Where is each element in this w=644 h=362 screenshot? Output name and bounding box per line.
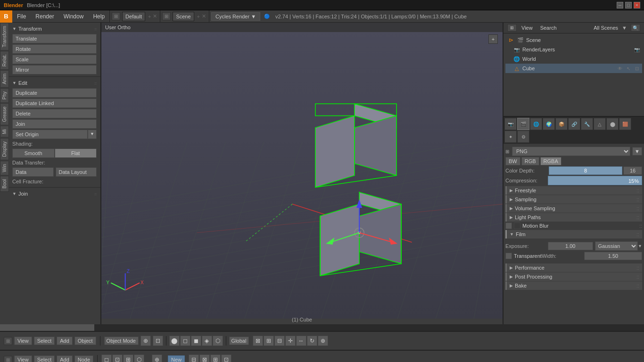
renderlayers-item[interactable]: 📷 RenderLayers 📷 xyxy=(505,45,642,54)
node-extra1[interactable]: ⊟ xyxy=(189,354,199,362)
motion-blur-checkbox[interactable] xyxy=(505,222,512,229)
node-icon-btn[interactable]: ⊞ xyxy=(4,356,12,362)
grease-tab[interactable]: Grease xyxy=(0,103,9,125)
sampling-section[interactable]: ▶ Sampling :: xyxy=(505,195,642,204)
view-icon-btn[interactable]: ⊞ xyxy=(4,337,12,345)
node-select-btn[interactable]: Select xyxy=(34,355,55,362)
viewport[interactable]: User Ortho xyxy=(101,23,503,324)
scene-selector[interactable]: Scene xyxy=(173,12,194,21)
world-tab[interactable]: 🌍 xyxy=(543,118,555,130)
modifiers-tab[interactable]: 🔧 xyxy=(581,118,593,130)
particles-tab[interactable]: ✦ xyxy=(504,131,517,143)
relat-tab[interactable]: Relat. xyxy=(0,51,9,70)
wire-shade-btn[interactable]: ◻ xyxy=(180,336,190,346)
help-menu[interactable]: Help xyxy=(88,10,109,23)
node-type1-btn[interactable]: ◻ xyxy=(101,354,112,362)
transform-btn[interactable]: ✛ xyxy=(285,336,296,346)
render-engine-selector[interactable]: Cycles Render ▼ xyxy=(211,12,260,21)
scroll-area[interactable] xyxy=(0,324,644,331)
duplicate-linked-btn[interactable]: Duplicate Linked xyxy=(12,99,97,108)
translate-btn[interactable]: Translate xyxy=(12,34,97,43)
add-menu-btn[interactable]: Add xyxy=(57,337,73,345)
render-tab[interactable]: 📷 xyxy=(504,118,517,130)
snap2-btn[interactable]: ⊞ xyxy=(264,336,274,346)
data-btn[interactable]: Data xyxy=(12,167,54,177)
zoom-in-btn[interactable]: + xyxy=(488,34,498,44)
scroll-thumb[interactable] xyxy=(0,324,94,331)
flat-btn[interactable]: Flat xyxy=(55,148,97,158)
constraints-tab[interactable]: 🔗 xyxy=(568,118,580,130)
scale-btn[interactable]: Scale xyxy=(12,55,97,64)
world-item[interactable]: 🌐 World xyxy=(505,54,642,64)
anim-tab[interactable]: Anim xyxy=(0,70,9,88)
search-icon[interactable]: 🔍 xyxy=(631,24,640,32)
node-menu-btn[interactable]: Node xyxy=(74,355,93,362)
duplicate-btn[interactable]: Duplicate xyxy=(12,88,97,98)
node-type3-btn[interactable]: ⊞ xyxy=(123,354,133,362)
node-add-btn[interactable]: Add xyxy=(57,355,73,362)
view-btn[interactable]: View xyxy=(519,25,536,31)
snap-btn[interactable]: ⊠ xyxy=(253,336,263,346)
global-view-btn[interactable]: ⊕ xyxy=(140,336,151,346)
view-menu-btn[interactable]: View xyxy=(14,337,32,345)
rgb-btn[interactable]: RGB xyxy=(521,157,539,165)
transparent-checkbox[interactable] xyxy=(505,253,512,259)
global-select[interactable]: Global xyxy=(229,337,249,345)
physics-tab[interactable]: ⚙ xyxy=(517,131,529,143)
texture-tab[interactable]: 🟫 xyxy=(619,118,631,130)
scene-tab[interactable]: 🌐 xyxy=(530,118,542,130)
color-depth-16[interactable]: 16 xyxy=(623,166,642,175)
new-material-btn[interactable]: New xyxy=(168,355,185,362)
texture-shade-btn[interactable]: ◼ xyxy=(191,336,201,346)
solid-shade-btn[interactable]: ⬤ xyxy=(169,336,180,346)
join-btn[interactable]: Join xyxy=(12,119,97,129)
rgba-btn[interactable]: RGBA xyxy=(540,157,561,165)
gaussian-select[interactable]: Gaussian xyxy=(595,241,638,251)
transform-header[interactable]: ▼ Transform :: xyxy=(8,25,100,33)
move-btn[interactable]: ↔ xyxy=(296,336,306,346)
bake-section[interactable]: ▶ Bake :: xyxy=(505,281,642,290)
join-header[interactable]: ▼ Join :: xyxy=(8,189,100,198)
all-scenes-arrow[interactable]: ▼ xyxy=(622,25,627,31)
workspace-selector[interactable]: Default xyxy=(122,12,145,21)
set-origin-arrow[interactable]: ▼ xyxy=(88,130,97,139)
render-settings-tab[interactable]: 🎬 xyxy=(517,118,529,130)
material-shade-btn[interactable]: ◈ xyxy=(202,336,212,346)
mode-select[interactable]: Object Mode xyxy=(104,337,139,345)
rotate-btn[interactable]: ↻ xyxy=(307,336,317,346)
volume-sampling-section[interactable]: ▶ Volume Sampling :: xyxy=(505,204,642,213)
png-format-select[interactable]: PNG xyxy=(512,147,630,156)
win-tab[interactable]: Win xyxy=(0,161,9,175)
file-menu[interactable]: File xyxy=(12,10,31,23)
node-extra4[interactable]: ⊡ xyxy=(221,354,231,362)
outliner-icon[interactable]: ⊞ xyxy=(507,24,517,32)
delete-btn[interactable]: Delete xyxy=(12,109,97,118)
node-extra3[interactable]: ⊞ xyxy=(210,354,221,362)
object-tab[interactable]: 📦 xyxy=(555,118,568,130)
eye-icon[interactable]: 👁 xyxy=(617,65,623,72)
scene-item[interactable]: ⊳ 🎬 Scene xyxy=(505,35,642,45)
render-shade-btn[interactable]: ⬡ xyxy=(213,336,223,346)
width-value[interactable]: 1.50 xyxy=(584,252,642,260)
phy-tab[interactable]: Phy xyxy=(0,88,9,103)
maximize-btn[interactable]: □ xyxy=(625,2,632,8)
material-tab[interactable]: ⬤ xyxy=(606,118,619,130)
render-eye-icon[interactable]: ⊡ xyxy=(634,65,640,72)
smooth-btn[interactable]: Smooth xyxy=(12,148,55,158)
scale-btn[interactable]: ⊕ xyxy=(318,336,328,346)
rotate-btn[interactable]: Rotate xyxy=(12,44,97,54)
film-section[interactable]: ▼ Film :: xyxy=(505,230,642,239)
mirror-btn[interactable]: Mirror xyxy=(12,65,97,74)
data-tab[interactable]: △ xyxy=(594,118,606,130)
data-layout-btn[interactable]: Data Layout xyxy=(56,167,97,177)
perspective-btn[interactable]: ⊡ xyxy=(153,336,163,346)
post-processing-section[interactable]: ▶ Post Processing :: xyxy=(505,272,642,281)
performance-section[interactable]: ▶ Performance :: xyxy=(505,263,642,272)
node-extra2[interactable]: ⊠ xyxy=(199,354,210,362)
transform-tab[interactable]: Transform xyxy=(0,23,9,50)
bool-tab[interactable]: Bool xyxy=(0,176,9,192)
mi-tab[interactable]: Mi xyxy=(0,126,9,138)
close-btn[interactable]: ✕ xyxy=(634,2,640,8)
node-type2-btn[interactable]: ⊡ xyxy=(112,354,123,362)
color-depth-8[interactable]: 8 xyxy=(549,166,622,175)
